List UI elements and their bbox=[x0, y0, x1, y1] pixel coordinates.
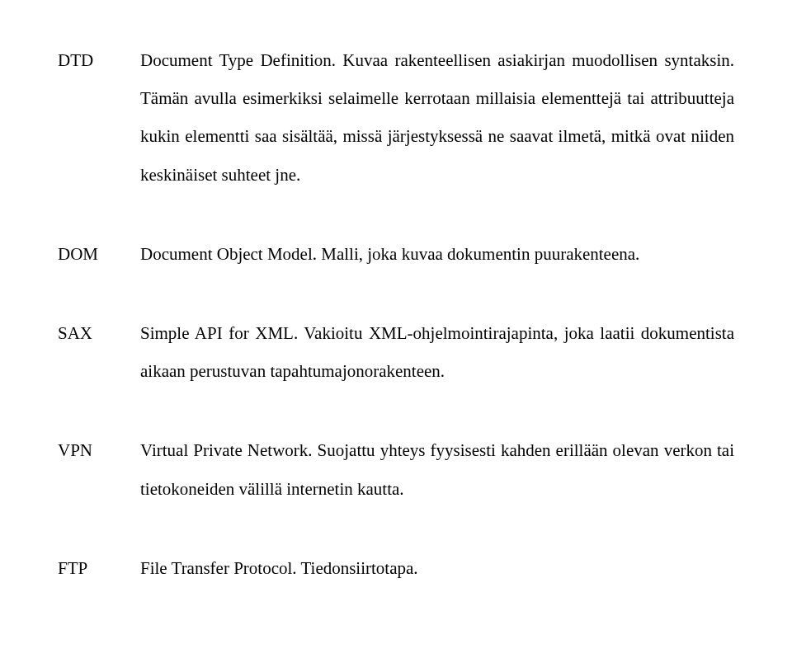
glossary-definition: Document Object Model. Malli, joka kuvaa… bbox=[140, 235, 734, 273]
glossary-entry: DTD Document Type Definition. Kuvaa rake… bbox=[58, 41, 734, 194]
glossary-entry: SAX Simple API for XML. Vakioitu XML-ohj… bbox=[58, 314, 734, 390]
glossary-term: DOM bbox=[58, 235, 140, 273]
glossary-entry: DOM Document Object Model. Malli, joka k… bbox=[58, 235, 734, 273]
glossary-entry: FTP File Transfer Protocol. Tiedonsiirto… bbox=[58, 549, 734, 587]
glossary-term: SAX bbox=[58, 314, 140, 390]
glossary-definition: Document Type Definition. Kuvaa rakentee… bbox=[140, 41, 734, 194]
glossary-term: FTP bbox=[58, 549, 140, 587]
glossary-definition: File Transfer Protocol. Tiedonsiirtotapa… bbox=[140, 549, 734, 587]
glossary-term: VPN bbox=[58, 431, 140, 507]
glossary-term: DTD bbox=[58, 41, 140, 194]
glossary-definition: Virtual Private Network. Suojattu yhteys… bbox=[140, 431, 734, 507]
glossary-definition: Simple API for XML. Vakioitu XML-ohjelmo… bbox=[140, 314, 734, 390]
glossary-entry: VPN Virtual Private Network. Suojattu yh… bbox=[58, 431, 734, 507]
